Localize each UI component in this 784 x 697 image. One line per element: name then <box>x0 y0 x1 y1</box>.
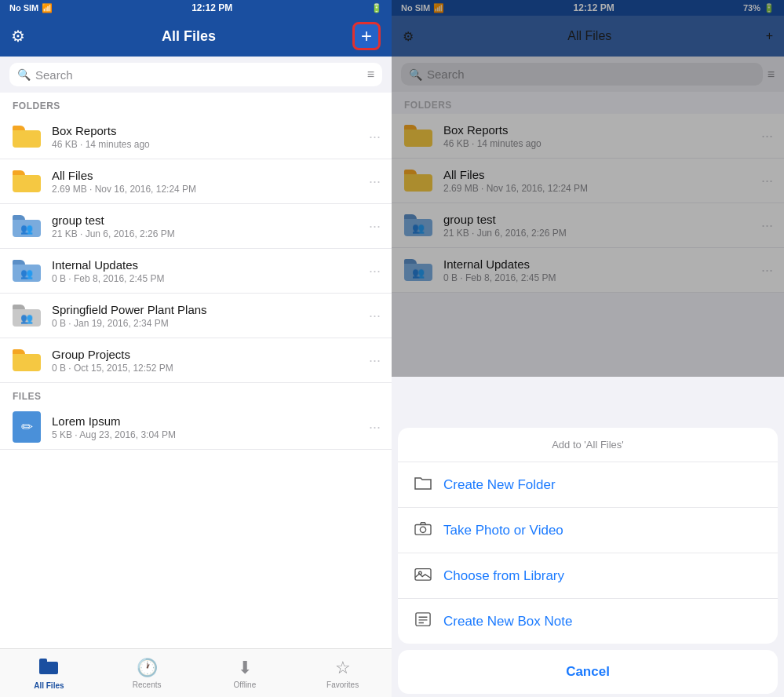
file-info: Internal Updates 0 B · Feb 8, 2016, 2:45… <box>52 258 359 284</box>
list-item[interactable]: Group Projects 0 B · Oct 15, 2015, 12:52… <box>0 338 392 383</box>
create-new-folder-label: Create New Folder <box>443 477 556 493</box>
folder-yellow-icon <box>13 349 41 371</box>
dimmed-overlay <box>392 0 784 377</box>
recents-tab-icon: 🕐 <box>137 658 158 678</box>
file-meta: 46 KB · 14 minutes ago <box>52 139 359 150</box>
left-tab-bar: All Files 🕐 Recents ⬇ Offline ☆ Favorite… <box>0 648 392 697</box>
file-meta: 0 B · Jan 19, 2016, 2:34 PM <box>52 318 359 329</box>
file-info: Group Projects 0 B · Oct 15, 2015, 12:52… <box>52 348 359 374</box>
tab-offline[interactable]: ⬇ Offline <box>196 658 294 689</box>
camera-action-icon <box>414 520 432 540</box>
favorites-tab-icon: ☆ <box>335 658 351 678</box>
more-button[interactable]: ··· <box>369 419 381 436</box>
folder-icon-wrap <box>11 122 42 151</box>
folder-icon-wrap <box>11 346 42 374</box>
left-panel: No SIM 📶 12:12 PM 🔋 ⚙ All Files + 🔍 Sear… <box>0 0 392 697</box>
create-box-note-item[interactable]: Create New Box Note <box>398 599 778 644</box>
folder-icon-wrap: 👥 <box>11 257 42 285</box>
create-box-note-label: Create New Box Note <box>443 614 572 629</box>
tab-favorites[interactable]: ☆ Favorites <box>294 658 392 689</box>
doc-file-icon: ✏ <box>13 411 41 443</box>
choose-from-library-item[interactable]: Choose from Library <box>398 553 778 599</box>
folder-yellow-icon <box>13 126 41 148</box>
list-item[interactable]: Box Reports 46 KB · 14 minutes ago ··· <box>0 115 392 159</box>
folder-icon-wrap: 👥 <box>11 212 42 240</box>
file-name: Springfield Power Plant Plans <box>52 303 359 316</box>
more-button[interactable]: ··· <box>369 218 381 235</box>
list-item[interactable]: 👥 group test 21 KB · Jun 6, 2016, 2:26 P… <box>0 204 392 249</box>
more-button[interactable]: ··· <box>369 173 381 190</box>
folders-section-label: FOLDERS <box>0 93 392 115</box>
folder-gray-people-icon: 👥 <box>13 305 41 327</box>
left-file-list: Box Reports 46 KB · 14 minutes ago ··· A… <box>0 115 392 648</box>
file-name: Lorem Ipsum <box>52 414 359 428</box>
action-sheet: Add to 'All Files' Create New Folder Tak… <box>392 421 784 697</box>
folder-blue-people-icon: 👥 <box>13 260 41 282</box>
all-files-tab-icon <box>39 657 58 679</box>
tab-all-files[interactable]: All Files <box>0 657 98 690</box>
file-meta: 0 B · Oct 15, 2015, 12:52 PM <box>52 363 359 374</box>
left-time: 12:12 PM <box>191 2 232 13</box>
filter-icon[interactable]: ≡ <box>367 68 374 82</box>
list-item[interactable]: All Files 2.69 MB · Nov 16, 2016, 12:24 … <box>0 159 392 204</box>
folder-action-icon <box>414 475 432 494</box>
file-info: Lorem Ipsum 5 KB · Aug 23, 2016, 3:04 PM <box>52 414 359 440</box>
svg-rect-5 <box>415 569 431 581</box>
list-item[interactable]: ✏ Lorem Ipsum 5 KB · Aug 23, 2016, 3:04 … <box>0 405 392 450</box>
file-info: group test 21 KB · Jun 6, 2016, 2:26 PM <box>52 213 359 239</box>
action-sheet-card: Add to 'All Files' Create New Folder Tak… <box>398 428 778 644</box>
cancel-button[interactable]: Cancel <box>398 650 778 694</box>
left-header: ⚙ All Files + <box>0 16 392 57</box>
folder-icon-wrap <box>11 167 42 195</box>
offline-tab-icon: ⬇ <box>238 658 252 678</box>
box-note-action-icon <box>414 611 432 631</box>
file-info: Box Reports 46 KB · 14 minutes ago <box>52 124 359 150</box>
tab-favorites-label: Favorites <box>326 681 359 689</box>
folder-icon-wrap: ✏ <box>11 413 42 441</box>
carrier-label: No SIM <box>9 3 38 13</box>
action-sheet-title: Add to 'All Files' <box>398 428 778 462</box>
right-panel: No SIM 📶 12:12 PM 73% 🔋 ⚙ All Files + 🔍 … <box>392 0 784 697</box>
file-name: Group Projects <box>52 348 359 361</box>
folder-yellow-icon <box>13 170 41 192</box>
file-meta: 2.69 MB · Nov 16, 2016, 12:24 PM <box>52 184 359 195</box>
file-name: group test <box>52 213 359 227</box>
left-status-left: No SIM 📶 <box>9 3 53 13</box>
svg-rect-3 <box>415 524 431 535</box>
left-search-input[interactable]: Search <box>35 68 73 82</box>
create-new-folder-item[interactable]: Create New Folder <box>398 462 778 508</box>
files-section-label: FILES <box>0 383 392 405</box>
list-item[interactable]: 👥 Internal Updates 0 B · Feb 8, 2016, 2:… <box>0 249 392 294</box>
photo-library-action-icon <box>414 566 432 586</box>
more-button[interactable]: ··· <box>369 129 381 145</box>
folder-icon-wrap: 👥 <box>11 301 42 330</box>
file-meta: 0 B · Feb 8, 2016, 2:45 PM <box>52 273 359 284</box>
take-photo-item[interactable]: Take Photo or Video <box>398 508 778 553</box>
take-photo-label: Take Photo or Video <box>443 523 563 538</box>
list-item[interactable]: 👥 Springfield Power Plant Plans 0 B · Ja… <box>0 294 392 338</box>
file-info: Springfield Power Plant Plans 0 B · Jan … <box>52 303 359 329</box>
svg-rect-2 <box>39 659 47 663</box>
plus-icon: + <box>361 25 372 47</box>
left-status-bar: No SIM 📶 12:12 PM 🔋 <box>0 0 392 16</box>
tab-all-files-label: All Files <box>34 681 64 690</box>
file-name: Internal Updates <box>52 258 359 272</box>
choose-library-label: Choose from Library <box>443 568 564 584</box>
file-name: Box Reports <box>52 124 359 137</box>
tab-recents[interactable]: 🕐 Recents <box>98 658 196 689</box>
search-icon: 🔍 <box>17 68 31 81</box>
more-button[interactable]: ··· <box>369 308 381 324</box>
settings-icon[interactable]: ⚙ <box>11 27 25 46</box>
wifi-icon: 📶 <box>42 3 53 13</box>
file-meta: 21 KB · Jun 6, 2016, 2:26 PM <box>52 228 359 239</box>
add-button[interactable]: + <box>352 22 381 50</box>
left-search-bar[interactable]: 🔍 Search ≡ <box>9 63 382 86</box>
file-name: All Files <box>52 169 359 182</box>
file-info: All Files 2.69 MB · Nov 16, 2016, 12:24 … <box>52 169 359 195</box>
svg-rect-7 <box>416 613 430 626</box>
more-button[interactable]: ··· <box>369 352 381 369</box>
svg-point-4 <box>420 527 425 532</box>
more-button[interactable]: ··· <box>369 263 381 279</box>
file-meta: 5 KB · Aug 23, 2016, 3:04 PM <box>52 429 359 440</box>
tab-recents-label: Recents <box>133 681 162 689</box>
